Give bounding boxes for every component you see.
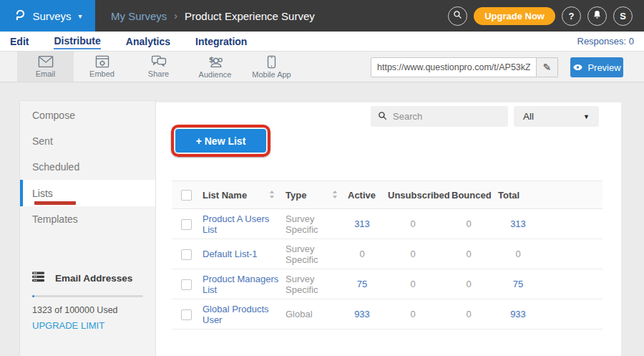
edit-pencil-icon: ✎ [543, 62, 552, 73]
channel-share[interactable]: Share [130, 52, 187, 82]
total-count[interactable]: 933 [492, 299, 544, 329]
top-bar: Surveys ▾ My Surveys › Product Experienc… [0, 0, 644, 32]
eye-icon [572, 62, 583, 73]
email-icon [38, 55, 54, 68]
table-row: Product A Users List Survey Specific 313… [172, 209, 602, 239]
sidebar-item-lists[interactable]: Lists [20, 180, 155, 206]
topbar-actions: Upgrade Now ? S [448, 6, 644, 26]
tab-integration[interactable]: Integration [195, 34, 247, 49]
row-checkbox[interactable] [181, 309, 192, 320]
row-checkbox[interactable] [181, 219, 192, 230]
column-unsubscribed: Unsubscribed [381, 181, 445, 209]
preview-button[interactable]: Preview [570, 57, 623, 77]
caret-down-icon: ▾ [79, 12, 82, 20]
survey-tabs: Edit Distribute Analytics Integration Re… [0, 32, 644, 52]
search-icon [378, 110, 387, 123]
active-count[interactable]: 933 [343, 299, 381, 329]
bounced-count: 0 [445, 299, 492, 329]
channel-embed[interactable]: Embed [74, 52, 130, 82]
new-list-button[interactable]: + New List [175, 129, 266, 153]
tab-analytics[interactable]: Analytics [126, 34, 170, 49]
list-name-link[interactable]: Global Products User [199, 299, 280, 329]
bounced-count: 0 [445, 209, 492, 239]
list-type: Survey Specific [280, 209, 343, 239]
email-addresses-icon [32, 271, 44, 284]
active-count[interactable]: 75 [343, 269, 381, 299]
upgrade-limit-link[interactable]: UPGRADE LIMIT [20, 315, 117, 331]
list-name-link[interactable]: Product Managers List [199, 269, 280, 299]
row-checkbox[interactable] [181, 249, 192, 260]
list-filter-dropdown[interactable]: All ▼ [514, 106, 599, 127]
tab-distribute[interactable]: Distribute [54, 33, 100, 49]
sidebar-item-templates[interactable]: Templates [20, 206, 155, 232]
unsubscribed-count: 0 [381, 269, 445, 299]
search-button[interactable] [448, 6, 467, 26]
table-row: Default List-1 Survey Specific 0 0 0 0 [172, 239, 602, 269]
upgrade-now-button[interactable]: Upgrade Now [474, 7, 555, 25]
sidebar-item-compose[interactable]: Compose [20, 102, 155, 128]
total-count[interactable]: 0 [492, 239, 544, 269]
breadcrumb-current-survey: Product Experience Survey [185, 10, 315, 22]
breadcrumb-separator: › [174, 10, 177, 21]
lists-content: + New List All ▼ List Name Type [156, 102, 621, 356]
tab-edit[interactable]: Edit [10, 34, 29, 49]
annotation-red-underline [34, 201, 76, 205]
list-name-link[interactable]: Default List-1 [199, 239, 280, 269]
share-icon [151, 55, 167, 68]
column-bounced: Bounced [445, 181, 492, 209]
channel-label: Audience [199, 70, 232, 79]
email-sidebar: Compose Sent Scheduled Lists Templates E… [19, 100, 156, 356]
active-count[interactable]: 313 [343, 209, 381, 239]
notifications-button[interactable] [587, 6, 607, 26]
survey-url-input[interactable] [371, 57, 537, 77]
product-menu-label: Surveys [32, 10, 71, 22]
breadcrumb: My Surveys › Product Experience Survey [111, 10, 315, 22]
list-type: Global [280, 299, 343, 329]
select-all-checkbox[interactable] [181, 190, 192, 201]
distribute-toolbar: Email Embed Share $ Audience [0, 52, 644, 82]
channel-mobile-app[interactable]: Mobile App [243, 52, 300, 82]
row-checkbox[interactable] [181, 279, 192, 290]
bell-icon [592, 10, 602, 21]
questionpro-logo-icon [13, 8, 26, 24]
embed-icon [95, 55, 109, 68]
usage-progress-bar [32, 295, 143, 297]
list-table-body: Product A Users List Survey Specific 313… [172, 209, 602, 329]
channel-label: Embed [89, 69, 114, 78]
usage-progress-fill [32, 295, 34, 297]
lists-table: List Name Type Active Unsubscribed Bounc… [172, 181, 602, 329]
active-count[interactable]: 0 [343, 239, 381, 269]
search-input[interactable] [393, 111, 519, 122]
email-addresses-panel: Email Addresses 1323 of 100000 Used UPGR… [20, 271, 155, 332]
column-list-name: List Name [203, 190, 247, 201]
mobile-app-icon [267, 55, 276, 69]
search-icon [453, 10, 462, 21]
total-count[interactable]: 313 [492, 209, 544, 239]
sidebar-item-label: Lists [32, 188, 53, 199]
table-row: Product Managers List Survey Specific 75… [172, 269, 602, 299]
email-addresses-title: Email Addresses [55, 273, 132, 284]
user-avatar[interactable]: S [613, 6, 633, 26]
sort-icon[interactable] [269, 190, 275, 201]
help-button[interactable]: ? [562, 6, 581, 26]
unsubscribed-count: 0 [381, 209, 445, 239]
total-count[interactable]: 75 [492, 269, 544, 299]
breadcrumb-my-surveys[interactable]: My Surveys [111, 10, 167, 22]
annotation-red-box: + New List [171, 125, 270, 157]
help-icon: ? [569, 11, 575, 21]
sidebar-item-scheduled[interactable]: Scheduled [20, 154, 155, 180]
column-type: Type [286, 190, 306, 201]
channel-audience[interactable]: $ Audience [187, 52, 243, 82]
list-search [371, 106, 508, 127]
sort-icon[interactable] [332, 190, 338, 201]
edit-url-button[interactable]: ✎ [537, 57, 558, 77]
surveys-product-menu[interactable]: Surveys ▾ [0, 0, 95, 32]
responses-count: Responses: 0 [577, 36, 635, 47]
channel-email[interactable]: Email [17, 52, 74, 82]
list-name-link[interactable]: Product A Users List [199, 209, 280, 239]
svg-text:$: $ [208, 55, 214, 64]
survey-url-group: ✎ [371, 57, 558, 77]
sidebar-item-sent[interactable]: Sent [20, 128, 155, 154]
email-addresses-header: Email Addresses [20, 271, 155, 284]
column-total: Total [492, 181, 544, 209]
